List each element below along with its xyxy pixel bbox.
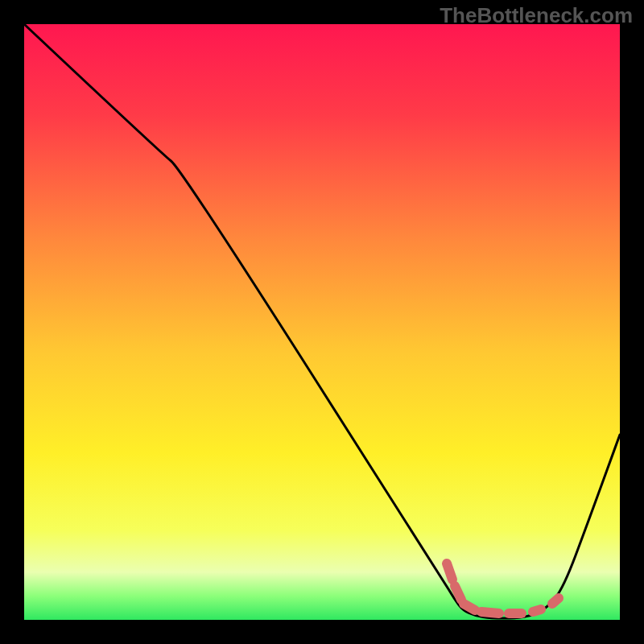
- dash-segment: [464, 604, 475, 610]
- plot-background: [24, 24, 620, 620]
- dash-segment: [481, 612, 499, 613]
- dash-segment: [533, 609, 541, 612]
- dash-segment: [447, 564, 452, 580]
- chart-frame: TheBottleneck.com: [0, 0, 644, 644]
- chart-canvas: [0, 0, 644, 644]
- dash-segment: [552, 598, 559, 604]
- watermark-text: TheBottleneck.com: [440, 3, 633, 28]
- dash-segment: [455, 586, 461, 600]
